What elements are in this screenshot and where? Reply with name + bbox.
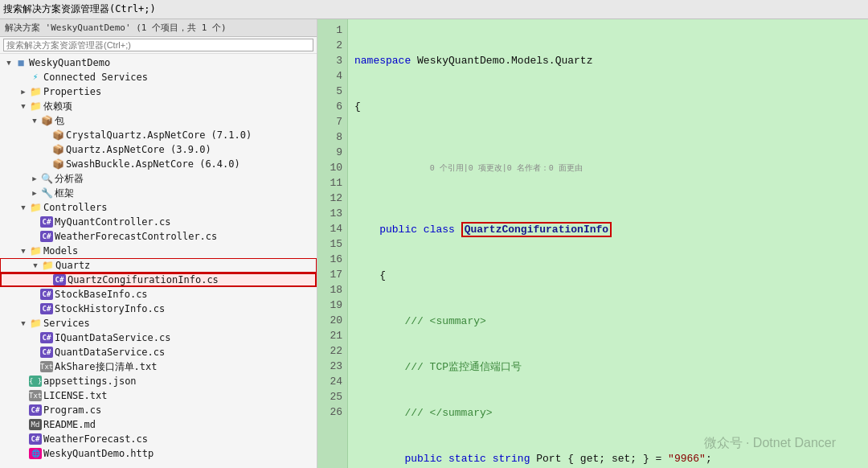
root-arrow: ▼ (3, 59, 14, 67)
code-text: { (354, 99, 361, 114)
code-line-3: 0 个引用|0 项更改|0 名作者：0 面更由 (354, 145, 862, 191)
tree-item-quartz-pkg[interactable]: 📦 Quartz.AspNetCore (3.9.0) (0, 142, 317, 157)
tree-item-analyzers[interactable]: ▶ 🔍 分析器 (0, 171, 317, 186)
code-line-7: /// </summary> (354, 405, 862, 421)
line-num-20: 20 (322, 313, 342, 328)
tree-item-controllers[interactable]: ▼ 📁 Controllers (0, 200, 317, 215)
code-line-3b: public class QuartzCongifurationInfo (354, 222, 862, 237)
tree-item-packages[interactable]: ▼ 📦 包 (0, 113, 317, 128)
line-num-23: 23 (322, 359, 342, 374)
line-num-19: 19 (322, 298, 342, 313)
code-area: 1 2 3 4 5 6 7 8 9 10 11 12 13 14 15 16 1… (317, 19, 868, 468)
pkg-icon: 📦 (51, 129, 64, 141)
stockhistory-label: StockHistoryInfo.cs (55, 303, 165, 314)
cs-icon: C# (40, 289, 53, 300)
connected-services-label: Connected Services (43, 72, 148, 83)
line-num-3: 3 (322, 53, 342, 68)
crystal-quartz-label: CrystalQuartz.AspNetCore (7.1.0) (66, 129, 252, 141)
tree-item-iquant-service[interactable]: C# IQuantDataService.cs (0, 330, 317, 345)
panel-header: 解决方案 'WeskyQuantDemo' (1 个项目，共 1 个) (0, 19, 317, 37)
tree-item-program[interactable]: C# Program.cs (0, 403, 317, 417)
line-num-18: 18 (322, 282, 342, 298)
cs-icon: C# (40, 231, 53, 242)
code-text: /// TCP监控通信端口号 (354, 359, 522, 375)
tree-item-stockbase[interactable]: C# StockBaseInfo.cs (0, 287, 317, 302)
quartz-pkg-label: Quartz.AspNetCore (3.9.0) (66, 144, 211, 155)
tree-item-akshare[interactable]: Txt AkShare接口清单.txt (0, 359, 317, 374)
code-content[interactable]: namespace WeskyQuantDemo.Models.Quartz {… (348, 19, 868, 468)
code-text: public class QuartzCongifurationInfo (354, 222, 612, 237)
cs-icon: C# (40, 216, 53, 228)
line-num-21: 21 (322, 328, 342, 343)
tree-root[interactable]: ▼ ■ WeskyQuantDemo (0, 55, 317, 70)
cs-icon: C# (53, 274, 66, 285)
tree-item-weather-controller[interactable]: C# WeatherForecastController.cs (0, 229, 317, 244)
arrow: ▶ (29, 174, 40, 183)
tree-item-quartz-config[interactable]: C# QuartzCongifurationInfo.cs (0, 273, 317, 287)
tree-item-framework[interactable]: ▶ 🔧 框架 (0, 186, 317, 200)
tree-item-crystal-quartz[interactable]: 📦 CrystalQuartz.AspNetCore (7.1.0) (0, 128, 317, 142)
iquant-service-label: IQuantDataService.cs (55, 332, 171, 343)
toolbar-title: 搜索解决方案资源管理器(Ctrl+;) (3, 2, 156, 16)
line-num-16: 16 (322, 252, 342, 267)
tree-item-quartz-folder[interactable]: ▼ 📁 Quartz (0, 258, 317, 273)
analyzer-icon: 🔍 (40, 173, 53, 184)
tree-item-properties[interactable]: ▶ 📁 Properties (0, 84, 317, 99)
arrow: ▼ (30, 261, 41, 269)
quartz-folder-label: Quartz (55, 260, 90, 271)
weatherforecast-label: WeatherForecast.cs (43, 433, 148, 445)
solution-tree: ▼ ■ WeskyQuantDemo ⚡ Connected Services … (0, 54, 317, 468)
code-line-6: /// TCP监控通信端口号 (354, 359, 862, 375)
cs-icon: C# (40, 332, 53, 343)
weather-controller-label: WeatherForecastController.cs (55, 231, 217, 242)
pkg-icon: 📦 (40, 115, 53, 126)
line-num-15: 15 (322, 236, 342, 252)
folder-icon: 📁 (29, 86, 42, 97)
arrow: ▼ (18, 203, 29, 211)
search-bar[interactable] (0, 37, 317, 54)
search-input[interactable] (3, 39, 313, 51)
tree-item-weatherforecast[interactable]: C# WeatherForecast.cs (0, 432, 317, 446)
tree-item-myquant-controller[interactable]: C# MyQuantController.cs (0, 215, 317, 229)
tree-item-readme[interactable]: Md README.md (0, 417, 317, 432)
myquant-label: MyQuantController.cs (55, 216, 171, 228)
line-num-17: 17 (322, 267, 342, 282)
stockbase-label: StockBaseInfo.cs (55, 289, 148, 300)
tree-item-swashbuckle[interactable]: 📦 SwashBuckle.AspNetCore (6.4.0) (0, 157, 317, 171)
tree-item-quant-service[interactable]: C# QuantDataService.cs (0, 345, 317, 359)
tree-item-http[interactable]: 🌐 WeskyQuantDemo.http (0, 446, 317, 461)
readme-label: README.md (43, 419, 96, 430)
quartz-config-label: QuartzCongifurationInfo.cs (68, 274, 219, 285)
txt-icon: Txt (40, 361, 53, 372)
arrow: ▼ (29, 117, 40, 125)
quant-service-label: QuantDataService.cs (55, 347, 165, 358)
code-text: namespace WeskyQuantDemo.Models.Quartz (354, 53, 592, 68)
packages-label: 包 (55, 114, 64, 128)
folder-icon: 📁 (29, 101, 42, 112)
md-icon: Md (29, 419, 42, 430)
code-line-5: /// <summary> (354, 314, 862, 329)
line-num-4: 4 (322, 68, 342, 84)
solution-explorer-panel: 解决方案 'WeskyQuantDemo' (1 个项目，共 1 个) ▼ ■ … (0, 19, 317, 468)
code-text: /// </summary> (354, 405, 493, 421)
watermark: 微众号 · Dotnet Dancer (704, 435, 837, 452)
cs-icon: C# (29, 404, 42, 416)
line-num-13: 13 (322, 206, 342, 221)
tree-item-services[interactable]: ▼ 📁 Services (0, 316, 317, 330)
code-line-4: { (354, 268, 862, 283)
services-label: Services (43, 318, 90, 329)
line-num-6: 6 (322, 99, 342, 114)
tree-item-dependencies[interactable]: ▼ 📁 依赖项 (0, 99, 317, 113)
solution-info: 解决方案 'WeskyQuantDemo' (1 个项目，共 1 个) (5, 22, 227, 34)
framework-label: 框架 (55, 187, 74, 200)
http-icon: 🌐 (29, 448, 42, 459)
line-num-5: 5 (322, 84, 342, 99)
tree-item-stockhistory[interactable]: C# StockHistoryInfo.cs (0, 302, 317, 316)
tree-item-connected-services[interactable]: ⚡ Connected Services (0, 70, 317, 84)
appsettings-label: appsettings.json (43, 376, 137, 387)
tree-item-models[interactable]: ▼ 📁 Models (0, 244, 317, 258)
folder-icon: 📁 (29, 318, 42, 329)
line-num-9: 9 (322, 145, 342, 160)
tree-item-license[interactable]: Txt LICENSE.txt (0, 388, 317, 403)
tree-item-appsettings[interactable]: { } appsettings.json (0, 374, 317, 388)
